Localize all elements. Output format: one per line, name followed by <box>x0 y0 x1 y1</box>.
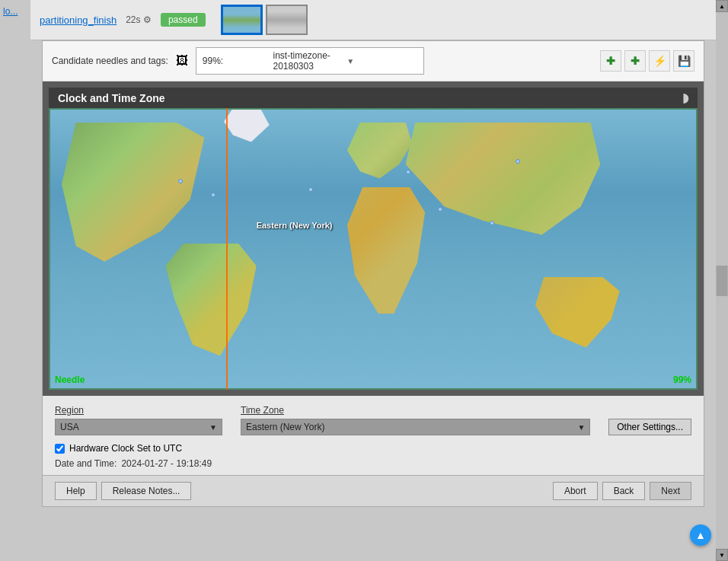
city-dot <box>211 193 216 197</box>
needle-toolbar: Candidate needles and tags: 🖼 99%: inst-… <box>43 41 704 81</box>
button-bar: Help Release Notes... Abort Back Next <box>43 475 704 506</box>
needle-toolbar-label: Candidate needles and tags: <box>52 56 168 66</box>
world-map-bg <box>49 108 698 390</box>
city-dot <box>490 221 494 225</box>
needle-pct: 99%: <box>203 56 273 66</box>
scroll-down-button[interactable]: ▼ <box>716 549 728 561</box>
continent-australia <box>535 277 620 348</box>
app-window: lo... partitioning_finish 22s ⚙ passed <box>0 0 728 561</box>
city-dot <box>308 187 313 192</box>
add-tag-button[interactable]: ✚ <box>600 50 621 72</box>
lightning-button[interactable]: ⚡ <box>649 50 670 72</box>
hardware-clock-checkbox[interactable] <box>55 444 65 454</box>
location-label: Eastern (New York) <box>257 221 333 230</box>
city-dot <box>438 207 442 212</box>
moon-icon: ◗ <box>682 91 688 105</box>
add-needle-button[interactable]: ✚ <box>624 50 646 72</box>
image-icon: 🖼 <box>176 54 188 68</box>
timezone-group: Time Zone Eastern (New York) ▼ <box>241 405 590 435</box>
map-container[interactable]: Eastern (New York) Needle 99% <box>49 108 698 390</box>
datetime-label: Date and Time: <box>55 458 117 469</box>
screenshot-title-bar: Clock and Time Zone ◗ <box>49 88 698 108</box>
top-bar: partitioning_finish 22s ⚙ passed <box>30 0 716 40</box>
datetime-row: Date and Time: 2024-01-27 - 19:18:49 <box>55 458 691 469</box>
thumbnail-2[interactable] <box>266 5 308 35</box>
hardware-clock-label: Hardware Clock Set to UTC <box>69 443 182 454</box>
region-label: Region <box>55 405 222 416</box>
region-select[interactable]: USA ▼ <box>55 419 222 435</box>
left-buttons: Help Release Notes... <box>55 482 191 500</box>
help-button[interactable]: Help <box>55 482 97 500</box>
abort-button[interactable]: Abort <box>553 482 598 500</box>
score-badge: 99% <box>673 375 691 385</box>
needle-badge: Needle <box>55 375 85 385</box>
city-dot <box>178 179 183 183</box>
continent-asia <box>406 123 601 263</box>
timezone-select[interactable]: Eastern (New York) ▼ <box>241 419 590 435</box>
needle-name: inst-timezone-20180303 <box>273 50 343 72</box>
datetime-value: 2024-01-27 - 19:18:49 <box>121 458 212 469</box>
timezone-label: Time Zone <box>241 405 590 416</box>
right-buttons: Abort Back Next <box>553 482 691 500</box>
test-duration: 22s ⚙ <box>126 14 152 25</box>
screenshot-title: Clock and Time Zone <box>58 92 165 104</box>
needle-select-dropdown[interactable]: 99%: inst-timezone-20180303 ▼ <box>196 47 424 75</box>
thumbnails-container <box>221 5 308 35</box>
continent-greenland <box>224 108 270 142</box>
region-value: USA <box>60 422 79 432</box>
region-dropdown-arrow-icon: ▼ <box>209 423 217 432</box>
timezone-value: Eastern (New York) <box>246 422 324 432</box>
save-button[interactable]: 💾 <box>673 50 694 72</box>
region-group: Region USA ▼ <box>55 405 222 435</box>
continent-south-america <box>165 244 256 356</box>
sidebar-link[interactable]: lo... <box>3 6 18 17</box>
test-name-link[interactable]: partitioning_finish <box>40 14 117 26</box>
continent-africa <box>347 187 425 314</box>
left-sidebar: lo... <box>0 0 30 561</box>
release-notes-button[interactable]: Release Notes... <box>101 482 192 500</box>
hardware-clock-row: Hardware Clock Set to UTC <box>55 443 691 454</box>
next-button[interactable]: Next <box>650 482 691 500</box>
dropdown-arrow-icon: ▼ <box>346 57 417 65</box>
thumbnail-1[interactable] <box>221 5 263 35</box>
dialog-container: Candidate needles and tags: 🖼 99%: inst-… <box>42 40 704 507</box>
other-settings-button[interactable]: Other Settings... <box>608 419 691 435</box>
toolbar-icons: ✚ ✚ ⚡ 💾 <box>600 50 694 72</box>
timezone-dropdown-arrow-icon: ▼ <box>577 423 585 432</box>
status-badge: passed <box>161 13 206 27</box>
gear-icon: ⚙ <box>143 14 152 25</box>
screenshot-area: Clock and Time Zone ◗ <box>43 81 704 396</box>
city-dot <box>406 170 410 174</box>
back-button[interactable]: Back <box>602 482 646 500</box>
fab-scroll-button[interactable]: ▲ <box>690 524 711 546</box>
timezone-line <box>226 108 228 390</box>
scroll-up-button[interactable]: ▲ <box>716 0 728 12</box>
form-row-selects: Region USA ▼ Time Zone Eastern (New York… <box>55 405 691 435</box>
fab-icon: ▲ <box>695 529 706 541</box>
form-area: Region USA ▼ Time Zone Eastern (New York… <box>43 396 704 475</box>
continent-europe <box>347 123 412 193</box>
right-scrollbar[interactable]: ▲ ▼ <box>716 0 728 561</box>
